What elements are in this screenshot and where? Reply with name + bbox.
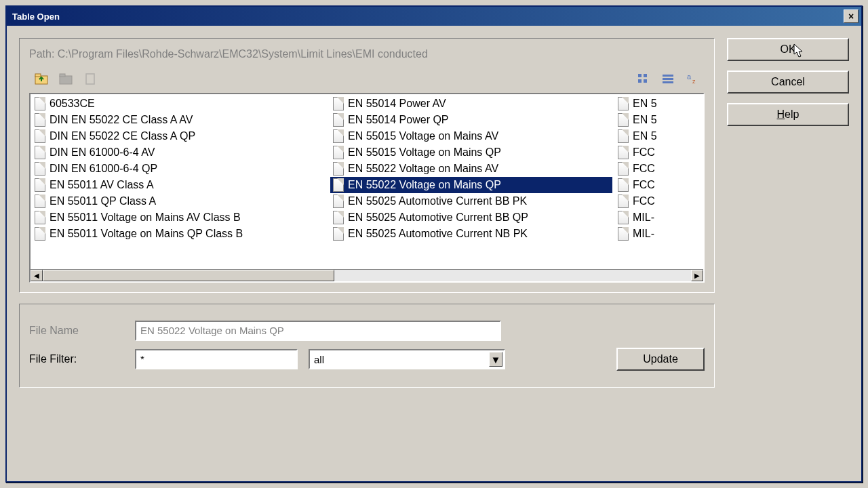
svg-rect-4 xyxy=(86,74,94,84)
list-item[interactable]: EN 55025 Automotive Current BB PK xyxy=(330,193,612,209)
svg-text:z: z xyxy=(692,78,696,85)
file-icon xyxy=(333,227,344,241)
list-item[interactable]: EN 55015 Voltage on Mains QP xyxy=(330,144,612,161)
svg-text:a: a xyxy=(687,73,692,81)
new-folder-icon[interactable] xyxy=(56,70,75,87)
file-name-field[interactable]: EN 55022 Voltage on Mains QP xyxy=(135,321,501,341)
file-icon xyxy=(35,195,45,208)
file-icon xyxy=(333,113,344,127)
update-button[interactable]: Update xyxy=(616,348,705,371)
file-icon xyxy=(35,97,45,110)
list-item-label: DIN EN 55022 CE Class A AV xyxy=(50,114,193,126)
list-item[interactable]: MIL- xyxy=(615,209,694,226)
up-folder-icon[interactable] xyxy=(32,70,51,87)
file-icon xyxy=(333,178,344,192)
list-item-label: EN 55025 Automotive Current NB PK xyxy=(348,228,528,240)
list-item-label: 60533CE xyxy=(50,98,95,110)
list-item[interactable]: EN 55022 Voltage on Mains AV xyxy=(330,161,612,177)
list-item[interactable]: EN 5 xyxy=(615,96,694,112)
list-item[interactable]: EN 55015 Voltage on Mains AV xyxy=(330,128,612,144)
chevron-down-icon: ▼ xyxy=(489,352,502,367)
list-item[interactable]: EN 55011 Voltage on Mains AV Class B xyxy=(32,209,328,226)
file-icon xyxy=(618,113,629,127)
file-icon xyxy=(618,162,629,176)
view-details-icon[interactable]: az xyxy=(683,70,702,87)
file-icon xyxy=(333,97,344,110)
list-item-label: EN 55015 Voltage on Mains AV xyxy=(348,130,498,142)
list-item[interactable]: EN 55011 AV Class A xyxy=(32,177,328,193)
list-item-label: EN 55022 Voltage on Mains AV xyxy=(348,163,498,175)
view-icons-icon[interactable] xyxy=(634,70,653,87)
file-name-label: File Name xyxy=(29,325,124,337)
svg-rect-11 xyxy=(663,81,673,83)
list-item[interactable]: EN 55014 Power QP xyxy=(330,112,612,128)
titlebar: Table Open × xyxy=(7,7,861,26)
svg-rect-8 xyxy=(644,79,647,83)
file-icon xyxy=(618,97,629,110)
list-item-label: EN 55022 Voltage on Mains QP xyxy=(348,179,501,191)
list-item-label: EN 55025 Automotive Current BB PK xyxy=(348,195,527,207)
window-title: Table Open xyxy=(12,12,60,22)
list-item[interactable]: EN 55025 Automotive Current NB PK xyxy=(330,226,612,242)
scroll-right-icon[interactable]: ▶ xyxy=(691,270,703,281)
ok-button[interactable]: OK xyxy=(727,38,849,61)
list-item[interactable]: FCC xyxy=(615,161,694,177)
file-filter-type-select[interactable]: all ▼ xyxy=(309,349,505,369)
file-icon xyxy=(35,178,45,192)
scroll-left-icon[interactable]: ◀ xyxy=(31,270,43,281)
list-item-label: FCC xyxy=(633,146,655,159)
svg-rect-3 xyxy=(60,74,65,77)
svg-rect-9 xyxy=(663,75,673,77)
list-item[interactable]: EN 5 xyxy=(615,112,694,128)
list-item[interactable]: EN 5 xyxy=(615,128,694,144)
list-item-label: EN 5 xyxy=(633,98,657,110)
list-item[interactable]: MIL- xyxy=(615,226,694,242)
list-item-label: FCC xyxy=(633,179,655,191)
file-icon xyxy=(618,195,629,208)
file-filter-pattern-input[interactable]: * xyxy=(135,349,298,369)
file-icon xyxy=(35,162,45,176)
list-item-label: EN 5 xyxy=(633,130,657,142)
file-icon xyxy=(618,227,629,241)
list-item[interactable]: EN 55011 Voltage on Mains QP Class B xyxy=(32,226,328,242)
list-item[interactable]: DIN EN 61000-6-4 AV xyxy=(32,144,328,161)
file-icon xyxy=(35,146,45,159)
file-icon xyxy=(618,211,629,224)
scroll-thumb[interactable] xyxy=(43,270,334,281)
list-item-label: MIL- xyxy=(633,211,654,224)
list-item-label: EN 55011 QP Class A xyxy=(50,195,156,207)
file-icon xyxy=(618,178,629,192)
list-item-label: FCC xyxy=(633,195,655,207)
svg-rect-10 xyxy=(663,78,673,80)
file-list[interactable]: 60533CEDIN EN 55022 CE Class A AVDIN EN … xyxy=(29,93,705,283)
list-item[interactable]: EN 55011 QP Class A xyxy=(32,193,328,209)
view-list-icon[interactable] xyxy=(658,70,677,87)
list-item-label: DIN EN 55022 CE Class A QP xyxy=(50,130,195,142)
list-item-label: MIL- xyxy=(633,228,654,240)
file-icon xyxy=(618,146,629,159)
list-item-label: EN 55011 Voltage on Mains QP Class B xyxy=(50,228,243,240)
file-icon xyxy=(333,129,344,143)
delete-icon[interactable] xyxy=(81,70,100,87)
path-display: Path: C:\Program Files\Rohde-Schwarz\EMC… xyxy=(29,48,705,60)
list-item[interactable]: DIN EN 55022 CE Class A AV xyxy=(32,112,328,128)
list-item[interactable]: FCC xyxy=(615,193,694,209)
close-button[interactable]: × xyxy=(844,9,859,23)
list-item[interactable]: FCC xyxy=(615,144,694,161)
svg-rect-5 xyxy=(638,74,642,77)
svg-rect-6 xyxy=(644,74,647,77)
list-item-label: EN 55014 Power QP xyxy=(348,114,449,126)
list-item[interactable]: DIN EN 55022 CE Class A QP xyxy=(32,128,328,144)
list-item[interactable]: EN 55014 Power AV xyxy=(330,96,612,112)
horizontal-scrollbar[interactable]: ◀ ▶ xyxy=(31,269,703,281)
toolbar: az xyxy=(29,68,705,89)
cancel-button[interactable]: Cancel xyxy=(727,70,849,94)
list-item[interactable]: EN 55025 Automotive Current BB QP xyxy=(330,209,612,226)
list-item-label: DIN EN 61000-6-4 AV xyxy=(50,146,155,159)
list-item[interactable]: FCC xyxy=(615,177,694,193)
list-item[interactable]: DIN EN 61000-6-4 QP xyxy=(32,161,328,177)
help-button[interactable]: Help xyxy=(727,103,849,126)
list-item[interactable]: 60533CE xyxy=(32,96,328,112)
list-item[interactable]: EN 55022 Voltage on Mains QP xyxy=(330,177,612,193)
file-icon xyxy=(35,211,45,224)
